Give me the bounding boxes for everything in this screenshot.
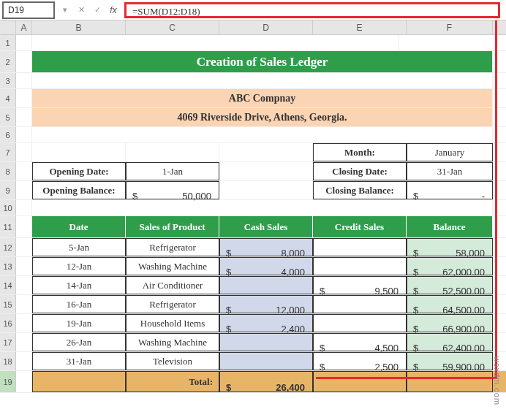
cell-balance[interactable]: $66,900.00 (407, 314, 493, 332)
header-balance: Balance (407, 216, 493, 237)
row-header[interactable]: 10 (0, 200, 16, 215)
col-header-f[interactable]: F (407, 20, 493, 34)
cell-credit[interactable] (313, 314, 407, 332)
arrow-line-vertical (495, 20, 497, 378)
col-header-d[interactable]: D (219, 20, 313, 34)
closing-balance-label: Closing Balance: (313, 181, 407, 199)
cell-product[interactable]: Air Conditioner (126, 276, 219, 294)
cell-balance[interactable]: $64,500.00 (407, 295, 493, 313)
arrow-line-horizontal (316, 377, 497, 379)
closing-date-value[interactable]: 31-Jan (407, 162, 493, 180)
closing-date-label: Closing Date: (313, 162, 407, 180)
select-all-corner[interactable] (0, 20, 16, 34)
row-header[interactable]: 1 (0, 35, 16, 50)
month-label: Month: (313, 143, 407, 161)
page-title: Creation of Sales Ledger (32, 51, 493, 72)
total-cash-cell[interactable]: $26,400 (219, 371, 313, 392)
cell-product[interactable]: Television (126, 352, 219, 370)
row-header[interactable]: 5 (0, 108, 16, 126)
row-header[interactable]: 12 (0, 238, 16, 256)
col-header-e[interactable]: E (313, 20, 407, 34)
header-credit: Credit Sales (313, 216, 407, 237)
cell-credit[interactable]: $2,500 (313, 352, 407, 370)
col-header-c[interactable]: C (126, 20, 219, 34)
row-header[interactable]: 16 (0, 314, 16, 332)
cell-product[interactable]: Washing Machine (126, 333, 219, 351)
cell-date[interactable]: 26-Jan (32, 333, 126, 351)
cell-cash[interactable]: $8,000 (219, 238, 313, 256)
opening-balance-label: Opening Balance: (32, 181, 126, 199)
row-header[interactable]: 18 (0, 352, 16, 370)
opening-date-value[interactable]: 1-Jan (126, 162, 219, 180)
opening-date-label: Opening Date: (32, 162, 126, 180)
fx-icon[interactable]: fx (105, 2, 121, 18)
row-header[interactable]: 3 (0, 73, 16, 88)
row-header[interactable]: 11 (0, 216, 16, 237)
name-box[interactable]: D19 (3, 2, 54, 18)
confirm-icon[interactable]: ✓ (89, 2, 105, 18)
row-header[interactable]: 17 (0, 333, 16, 351)
cell-cash[interactable]: $12,000 (219, 295, 313, 313)
column-headers: A B C D E F (0, 20, 506, 35)
cell-credit[interactable] (313, 238, 407, 256)
name-dropdown-icon[interactable]: ▾ (57, 2, 73, 18)
row-header[interactable]: 19 (0, 371, 16, 392)
cell-cash[interactable]: $4,000 (219, 257, 313, 275)
watermark: wsxdm.com (493, 356, 502, 405)
row-header[interactable]: 8 (0, 162, 16, 180)
cell-credit[interactable] (313, 257, 407, 275)
formula-input[interactable]: =SUM(D12:D18) (124, 2, 500, 18)
cell-balance[interactable]: $62,400.00 (407, 333, 493, 351)
row-header[interactable]: 2 (0, 51, 16, 72)
company-name: ABC Compnay (32, 89, 493, 107)
row-header[interactable]: 6 (0, 127, 16, 142)
row-header[interactable]: 4 (0, 89, 16, 107)
cell-product[interactable]: Refrigerator (126, 238, 219, 256)
cell-date[interactable]: 16-Jan (32, 295, 126, 313)
cell-credit[interactable]: $4,500 (313, 333, 407, 351)
cell-product[interactable]: Refrigerator (126, 295, 219, 313)
col-header-a[interactable]: A (16, 20, 32, 34)
month-value[interactable]: January (407, 143, 493, 161)
row-header[interactable]: 13 (0, 257, 16, 275)
opening-balance-value[interactable]: $50,000 (126, 181, 219, 199)
cell-date[interactable]: 5-Jan (32, 238, 126, 256)
row-header[interactable]: 15 (0, 295, 16, 313)
header-product: Sales of Product (126, 216, 219, 237)
company-address: 4069 Riverside Drive, Athens, Georgia. (32, 108, 493, 126)
cancel-icon[interactable]: ✕ (73, 2, 89, 18)
cell-credit[interactable] (313, 295, 407, 313)
cell-balance[interactable]: $52,500.00 (407, 276, 493, 294)
cell-cash[interactable] (219, 333, 313, 351)
formula-bar: D19 ▾ ✕ ✓ fx =SUM(D12:D18) (0, 0, 506, 20)
col-header-b[interactable]: B (32, 20, 126, 34)
cell-cash[interactable] (219, 276, 313, 294)
row-header[interactable]: 9 (0, 181, 16, 199)
row-header[interactable]: 7 (0, 143, 16, 161)
header-cash: Cash Sales (219, 216, 313, 237)
cell-product[interactable]: Washing Machine (126, 257, 219, 275)
cell-balance[interactable]: $62,000.00 (407, 257, 493, 275)
cell-product[interactable]: Household Items (126, 314, 219, 332)
cell-cash[interactable]: $2,400 (219, 314, 313, 332)
cell-balance[interactable]: $58,000 (407, 238, 493, 256)
cell-date[interactable]: 19-Jan (32, 314, 126, 332)
cell-balance[interactable]: $59,900.00 (407, 352, 493, 370)
cell-cash[interactable] (219, 352, 313, 370)
cell-credit[interactable]: $9,500 (313, 276, 407, 294)
row-header[interactable]: 14 (0, 276, 16, 294)
spreadsheet-grid[interactable]: 1 2 Creation of Sales Ledger 3 4 ABC Com… (0, 35, 506, 393)
header-date: Date (32, 216, 126, 237)
total-label: Total: (126, 371, 219, 392)
closing-balance-value[interactable]: $- (407, 181, 493, 199)
cell-date[interactable]: 12-Jan (32, 257, 126, 275)
cell-date[interactable]: 31-Jan (32, 352, 126, 370)
cell-date[interactable]: 14-Jan (32, 276, 126, 294)
